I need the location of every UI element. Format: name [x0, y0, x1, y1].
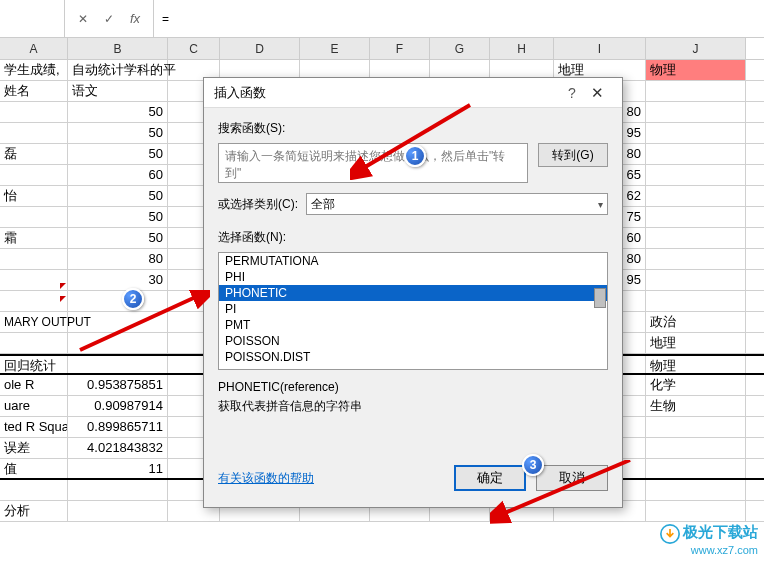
help-icon[interactable]: ? [562, 85, 582, 101]
help-link[interactable]: 有关该函数的帮助 [218, 470, 314, 487]
cell[interactable]: 霜 [0, 228, 68, 248]
cell[interactable]: ted R Square [0, 417, 68, 437]
function-item[interactable]: PI [219, 301, 607, 317]
cell[interactable] [0, 102, 68, 122]
name-box[interactable] [0, 0, 65, 37]
function-item[interactable]: POISSON [219, 333, 607, 349]
cell[interactable]: 姓名 [0, 81, 68, 101]
download-icon [660, 524, 680, 544]
cell[interactable] [0, 207, 68, 227]
col-header[interactable]: D [220, 38, 300, 59]
cell[interactable] [0, 270, 68, 290]
cell[interactable]: 分析 [0, 501, 68, 521]
function-signature: PHONETIC(reference) [218, 380, 608, 394]
cell[interactable]: 回归统计 [0, 356, 68, 373]
annotation-badge-1: 1 [404, 145, 426, 167]
function-item[interactable]: PERMUTATIONA [219, 253, 607, 269]
col-header[interactable]: H [490, 38, 554, 59]
formula-bar: ✕ ✓ fx = [0, 0, 764, 38]
cell[interactable]: 怡 [0, 186, 68, 206]
close-icon[interactable]: ✕ [582, 84, 612, 102]
formula-input[interactable]: = [154, 0, 764, 37]
col-header[interactable]: I [554, 38, 646, 59]
cell[interactable]: 0.90987914 [68, 396, 168, 416]
cell[interactable]: 50 [68, 144, 168, 164]
cell[interactable]: 政治 [646, 312, 746, 332]
scrollbar-thumb[interactable] [594, 288, 606, 308]
category-select[interactable]: 全部 ▾ [306, 193, 608, 215]
comment-indicator-icon [60, 296, 66, 302]
col-header[interactable]: J [646, 38, 746, 59]
chevron-down-icon: ▾ [598, 199, 603, 210]
function-item[interactable]: POISSON.DIST [219, 349, 607, 365]
cell[interactable]: 50 [68, 207, 168, 227]
function-list[interactable]: PERMUTATIONA PHI PHONETIC PI PMT POISSON… [218, 252, 608, 370]
annotation-arrow-icon [490, 460, 640, 530]
annotation-badge-3: 3 [522, 454, 544, 476]
cell[interactable]: 50 [68, 102, 168, 122]
dialog-title: 插入函数 [214, 84, 562, 102]
col-header[interactable]: C [168, 38, 220, 59]
cell[interactable]: ole R [0, 375, 68, 395]
comment-indicator-icon [60, 283, 66, 289]
function-item-selected[interactable]: PHONETIC [219, 285, 607, 301]
cell[interactable]: 4.021843832 [68, 438, 168, 458]
goto-button[interactable]: 转到(G) [538, 143, 608, 167]
cell[interactable]: 0.953875851 [68, 375, 168, 395]
commit-icon[interactable]: ✓ [101, 11, 117, 27]
col-header[interactable]: E [300, 38, 370, 59]
select-function-label: 选择函数(N): [218, 229, 608, 246]
annotation-arrow-icon [350, 100, 480, 180]
cell[interactable] [0, 123, 68, 143]
cell[interactable]: 物理 [646, 356, 746, 373]
cell[interactable]: 物理 [646, 60, 746, 80]
function-item[interactable]: PHI [219, 269, 607, 285]
cell[interactable]: 学生成绩, [0, 60, 68, 80]
cell[interactable] [646, 81, 746, 101]
svg-line-2 [500, 460, 630, 515]
annotation-badge-2: 2 [122, 288, 144, 310]
watermark: 极光下载站 www.xz7.com [660, 523, 758, 556]
cell[interactable]: uare [0, 396, 68, 416]
function-description: 获取代表拼音信息的字符串 [218, 398, 608, 415]
cell[interactable]: MARY OUTPUT [0, 312, 68, 332]
cell[interactable]: 0.899865711 [68, 417, 168, 437]
column-headers: A B C D E F G H I J [0, 38, 764, 60]
category-label: 或选择类别(C): [218, 196, 298, 213]
cell[interactable]: 误差 [0, 438, 68, 458]
category-value: 全部 [311, 196, 335, 213]
cell[interactable]: 生物 [646, 396, 746, 416]
cell[interactable]: 11 [68, 459, 168, 478]
col-header[interactable]: F [370, 38, 430, 59]
cell[interactable]: 值 [0, 459, 68, 478]
cell[interactable]: 80 [68, 249, 168, 269]
watermark-text: 极光下载站 [683, 523, 758, 540]
col-header[interactable]: A [0, 38, 68, 59]
function-item[interactable]: PMT [219, 317, 607, 333]
cell[interactable]: 地理 [646, 333, 746, 353]
cell[interactable]: 50 [68, 123, 168, 143]
cell[interactable]: 化学 [646, 375, 746, 395]
cell[interactable]: 60 [68, 165, 168, 185]
fx-icon[interactable]: fx [127, 11, 143, 27]
cell[interactable]: 50 [68, 228, 168, 248]
cell[interactable] [0, 165, 68, 185]
col-header[interactable]: G [430, 38, 490, 59]
cell[interactable]: 自动统计学科的平 [68, 60, 168, 80]
col-header[interactable]: B [68, 38, 168, 59]
cell[interactable]: 磊 [0, 144, 68, 164]
cell[interactable]: 30 [68, 270, 168, 290]
watermark-url: www.xz7.com [660, 544, 758, 556]
cell[interactable]: 50 [68, 186, 168, 206]
cancel-icon[interactable]: ✕ [75, 11, 91, 27]
cell[interactable] [0, 249, 68, 269]
cell[interactable]: 语文 [68, 81, 168, 101]
